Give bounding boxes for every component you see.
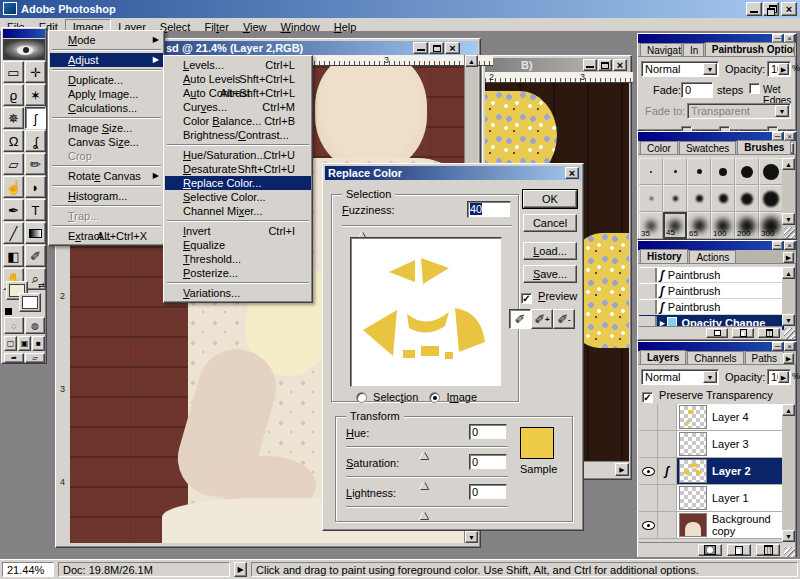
opacity-input[interactable]: 100▶ [767,61,791,77]
doc2-minimize-button[interactable] [583,59,597,71]
restore-button[interactable] [763,2,779,16]
dropdown-arrow-icon[interactable]: ▼ [703,371,717,383]
eraser-tool[interactable]: ▱ [3,153,24,175]
dropdown-arrow-icon[interactable]: ▼ [703,63,717,75]
link-paint-column[interactable] [658,404,677,430]
history-state-paintbrush[interactable]: ʃPaintbrush [639,283,784,299]
layer-row-layer-2[interactable]: ʃLayer 2 [639,458,784,485]
image-menu-item-extract[interactable]: Extract...Alt+Ctrl+X [50,229,163,243]
scroll-up-arrow[interactable]: ▲ [465,55,478,67]
doc2-titlebar[interactable]: B) × [485,58,629,72]
brush-preset[interactable] [687,158,711,185]
pen-tool[interactable]: ✒ [3,199,24,221]
brush-preset-35[interactable]: 35 [639,212,663,239]
image-radio[interactable] [429,392,440,403]
close-button[interactable]: × [784,342,795,351]
new-layer-button[interactable] [727,544,751,556]
adjust-menu-item-auto-levels[interactable]: Auto LevelsShft+Ctrl+L [165,72,311,86]
app-titlebar[interactable]: Adobe Photoshop × [0,0,800,18]
blur-tool[interactable]: ◗ [25,176,46,198]
layer-row-layer-4[interactable]: Layer 4 [639,404,784,431]
visibility-toggle[interactable] [639,458,658,484]
fullscreen-menubar-button[interactable]: ▣ [18,336,31,351]
link-paint-column[interactable]: ʃ [658,458,677,484]
fade-input[interactable]: 0 [681,82,713,98]
adjust-menu-item-hue-saturation[interactable]: Hue/Saturation...Ctrl+U [165,148,311,162]
adjust-menu-item-equalize[interactable]: Equalize [165,238,311,252]
layers-blend-mode-dropdown[interactable]: Normal▼ [641,369,719,385]
brush-preset[interactable] [711,158,735,185]
selection-radio[interactable] [356,392,367,403]
scroll-down-arrow[interactable]: ▼ [782,213,795,225]
adjust-menu-item-levels[interactable]: Levels...Ctrl+L [165,58,311,72]
doc1-maximize-button[interactable] [429,42,444,54]
new-snapshot-button[interactable] [732,328,754,338]
image-menu-item-apply-image[interactable]: Apply Image... [50,87,163,101]
move-tool[interactable]: ✛ [25,61,46,83]
layers-opacity-input[interactable]: 100▶ [767,369,791,385]
scroll-down-arrow[interactable]: ▼ [465,531,478,543]
image-menu-item-duplicate[interactable]: Duplicate... [50,73,163,87]
tab-channels[interactable]: Channels [687,351,743,364]
image-menu-item-calculations[interactable]: Calculations... [50,101,163,115]
paintbrush-tool[interactable]: ʃ [25,107,46,129]
adjust-menu-item-posterize[interactable]: Posterize... [165,266,311,280]
brush-preset-65[interactable]: 65 [687,212,711,239]
history-state-paintbrush[interactable]: ʃPaintbrush [639,299,784,315]
menu-help[interactable]: Help [327,20,364,35]
dialog-titlebar[interactable]: Replace Color × [325,166,581,180]
tab-in[interactable]: In [683,43,704,56]
doc1-close-button[interactable]: × [445,42,460,54]
scroll-right-arrow[interactable]: ▶ [615,463,629,476]
collapse-button[interactable]: ─ [772,342,783,351]
adjust-menu-item-selective-color[interactable]: Selective Color... [165,190,311,204]
resize-grip[interactable] [784,328,795,339]
toolbox-titlebar[interactable] [3,29,45,38]
smudge-tool[interactable]: ☝ [3,176,24,198]
menu-view[interactable]: View [236,20,274,35]
saturation-slider-thumb[interactable] [420,478,428,489]
airbrush-tool[interactable]: ✵ [3,107,24,129]
brush-preset-45[interactable]: 45 [663,212,687,239]
palette-menu-arrow[interactable]: ▶ [783,252,794,263]
collapse-button[interactable]: ─ [772,241,783,250]
visibility-toggle[interactable] [639,512,658,538]
dialog-close-button[interactable]: × [565,167,579,179]
brush-preset[interactable] [735,185,759,212]
resize-grip[interactable] [784,547,795,558]
history-thumbnail[interactable] [639,268,657,282]
eyedropper-subtract-button[interactable]: ✐- [553,309,575,329]
tab-navigat[interactable]: Navigat [640,43,682,56]
rectangular-marquee-tool[interactable]: ▭ [3,61,24,83]
brush-preset[interactable] [639,185,663,212]
magic-wand-tool[interactable]: ✶ [25,84,46,106]
measure-tool[interactable]: ╱ [3,222,24,244]
default-colors-icon[interactable] [5,308,12,315]
menu-window[interactable]: Window [274,20,327,35]
adobe-eye-logo[interactable] [3,39,45,60]
tab-swatches[interactable]: Swatches [679,141,736,154]
scroll-down-arrow[interactable]: ▼ [782,530,795,542]
adjust-menu-item-replace-color[interactable]: Replace Color... [165,176,311,190]
link-paint-column[interactable] [658,431,677,457]
scroll-up-arrow[interactable]: ▲ [782,404,795,416]
brush-preset-100[interactable]: 100 [711,212,735,239]
close-button[interactable]: × [781,2,797,16]
adjust-menu-item-invert[interactable]: InvertCtrl+I [165,224,311,238]
visibility-toggle[interactable] [639,431,658,457]
tab-brushes[interactable]: Brushes [737,140,791,154]
doc-size-field[interactable]: Doc: 19.8M/26.1M [58,562,230,577]
tab-paths[interactable]: Paths [745,351,785,364]
new-document-from-state-button[interactable] [706,328,728,338]
lightness-slider-thumb[interactable] [420,508,428,519]
quick-mask-mode-button[interactable]: ◍ [25,317,45,334]
brush-preset[interactable] [759,158,783,185]
scroll-up-arrow[interactable]: ▲ [782,158,795,170]
tab-history[interactable]: History [640,249,688,263]
brush-preset-200[interactable]: 200 [735,212,759,239]
eyedropper-sample-button[interactable]: ✐ [509,309,531,329]
brush-preset[interactable] [663,158,687,185]
brush-preset-300[interactable]: 300 [759,212,783,239]
paint-bucket-tool[interactable]: ◧ [3,245,24,267]
brush-preset[interactable] [711,185,735,212]
